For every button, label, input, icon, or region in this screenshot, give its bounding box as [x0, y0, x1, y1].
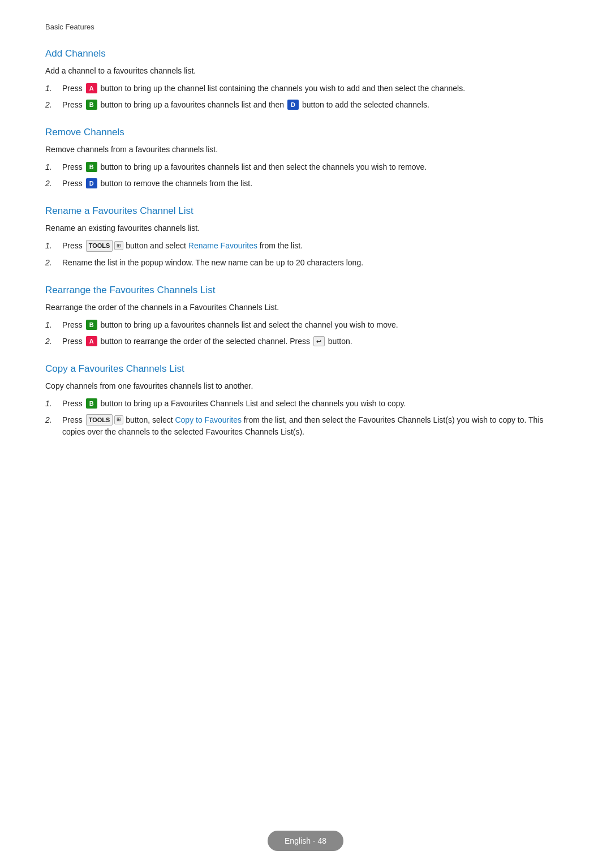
list-content: Press D button to remove the channels fr…: [62, 178, 566, 190]
section-title: Remove Channels: [45, 127, 566, 138]
list-number: 1.: [45, 319, 62, 331]
list-item: 1.Press B button to bring up a favourite…: [45, 161, 566, 173]
list-number: 2.: [45, 414, 62, 426]
list-number: 2.: [45, 99, 62, 111]
list-content: Press B button to bring up a favourites …: [62, 99, 566, 111]
list-item: 2.Press A button to rearrange the order …: [45, 336, 566, 347]
tools-badge: TOOLS: [86, 414, 113, 426]
button-badge-d: D: [86, 178, 97, 188]
list-number: 2.: [45, 257, 62, 269]
list-content: Press B button to bring up a Favourites …: [62, 398, 566, 410]
section-description: Add a channel to a favourites channels l…: [45, 65, 566, 77]
footer-badge: English - 48: [268, 831, 343, 851]
list-content: Rename the list in the popup window. The…: [62, 257, 566, 269]
section-remove-channels: Remove ChannelsRemove channels from a fa…: [45, 127, 566, 190]
button-badge-b: B: [86, 320, 97, 330]
list-item: 1.Press A button to bring up the channel…: [45, 83, 566, 94]
section-description: Rearrange the order of the channels in a…: [45, 302, 566, 313]
list-content: Press TOOLS⊞ button, select Copy to Favo…: [62, 414, 566, 439]
list-item: 2.Press B button to bring up a favourite…: [45, 99, 566, 111]
section-copy-favourites: Copy a Favourites Channels ListCopy chan…: [45, 363, 566, 439]
button-badge-a: A: [86, 83, 97, 93]
list-item: 2.Press TOOLS⊞ button, select Copy to Fa…: [45, 414, 566, 439]
list-item: 1.Press B button to bring up a Favourite…: [45, 398, 566, 410]
page-label: Basic Features: [45, 23, 566, 31]
section-title: Add Channels: [45, 48, 566, 59]
section-add-channels: Add ChannelsAdd a channel to a favourite…: [45, 48, 566, 111]
list-item: 1.Press B button to bring up a favourite…: [45, 319, 566, 331]
list-item: 1.Press TOOLS⊞ button and select Rename …: [45, 240, 566, 252]
button-badge-a: A: [86, 336, 97, 346]
list-number: 1.: [45, 161, 62, 173]
list-content: Press A button to rearrange the order of…: [62, 336, 566, 347]
highlight-link: Rename Favourites: [188, 241, 257, 250]
tools-icon: ⊞: [114, 241, 123, 250]
list-item: 2.Rename the list in the popup window. T…: [45, 257, 566, 269]
button-badge-b: B: [86, 398, 97, 409]
tools-icon: ⊞: [114, 415, 123, 424]
list-number: 1.: [45, 83, 62, 94]
list-content: Press A button to bring up the channel l…: [62, 83, 566, 94]
section-title: Rearrange the Favourites Channels List: [45, 285, 566, 296]
list-content: Press B button to bring up a favourites …: [62, 319, 566, 331]
section-description: Copy channels from one favourites channe…: [45, 380, 566, 392]
button-badge-d: D: [287, 100, 299, 110]
tools-badge: TOOLS: [86, 240, 113, 252]
list-item: 2.Press D button to remove the channels …: [45, 178, 566, 190]
sections-container: Add ChannelsAdd a channel to a favourite…: [45, 48, 566, 438]
list-number: 1.: [45, 240, 62, 252]
highlight-link: Copy to Favourites: [175, 415, 242, 424]
list-number: 2.: [45, 178, 62, 190]
list-number: 1.: [45, 398, 62, 410]
section-rename-favourites: Rename a Favourites Channel ListRename a…: [45, 205, 566, 269]
button-badge-b: B: [86, 162, 97, 172]
section-title: Copy a Favourites Channels List: [45, 363, 566, 375]
page-container: Basic Features Add ChannelsAdd a channel…: [0, 0, 611, 510]
section-title: Rename a Favourites Channel List: [45, 205, 566, 217]
section-description: Remove channels from a favourites channe…: [45, 144, 566, 156]
section-rearrange-favourites: Rearrange the Favourites Channels ListRe…: [45, 285, 566, 347]
button-badge-b: B: [86, 100, 97, 110]
return-icon: ↩: [313, 336, 325, 346]
list-content: Press B button to bring up a favourites …: [62, 161, 566, 173]
section-description: Rename an existing favourites channels l…: [45, 222, 566, 234]
list-content: Press TOOLS⊞ button and select Rename Fa…: [62, 240, 566, 252]
list-number: 2.: [45, 336, 62, 347]
